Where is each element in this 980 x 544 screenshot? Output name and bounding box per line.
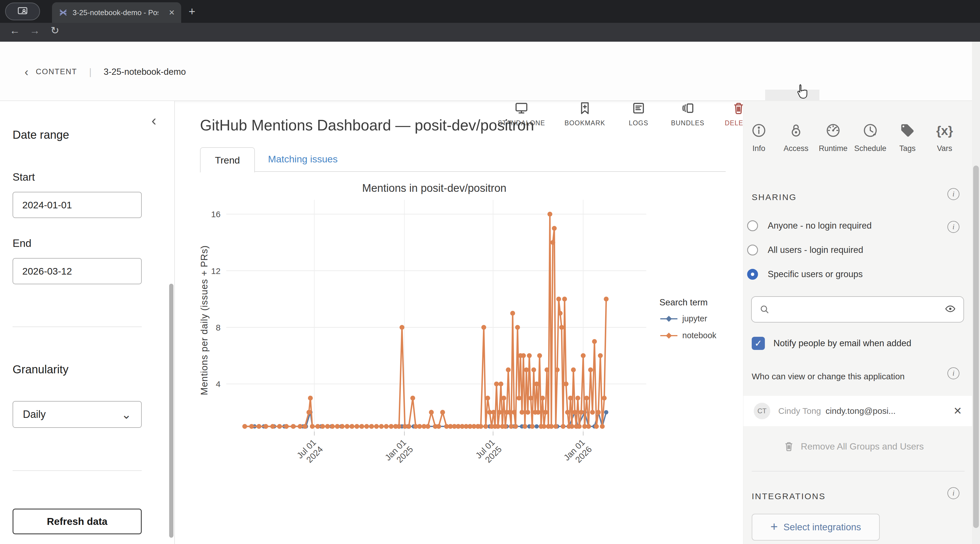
sharing-option-anyone[interactable]: Anyone - no login required	[747, 220, 872, 231]
svg-text:Jan 012026: Jan 012026	[562, 438, 593, 469]
sharing-heading: SHARING	[752, 192, 797, 202]
sidebar-collapse-icon[interactable]: ‹	[151, 112, 156, 129]
info-icon	[751, 123, 766, 138]
trash-icon	[783, 441, 795, 452]
breadcrumb: ‹ CONTENT | 3-25-notebook-demo	[25, 66, 186, 77]
user-row-email: cindy.tong@posi...	[826, 406, 896, 416]
integrations-heading: INTEGRATIONS	[752, 492, 826, 501]
start-label: Start	[13, 171, 35, 183]
tab-tags[interactable]: Tags	[890, 108, 925, 165]
bundles-icon	[681, 101, 695, 115]
page-title: GitHub Mentions Dashboard — posit-dev/po…	[200, 116, 534, 134]
browser-window: 3-25-notebook-demo - Posit ✕ + ← → ↻ pub…	[0, 0, 980, 544]
svg-text:Jan 012025: Jan 012025	[383, 438, 415, 469]
access-user-row: CT Cindy Tong cindy.tong@posi... ✕	[743, 396, 972, 426]
bookmark-plus-icon	[578, 101, 592, 115]
sidebar-divider	[13, 327, 142, 327]
legend-item-jupyter: jupyter	[659, 314, 716, 324]
tab-close-icon[interactable]: ✕	[169, 8, 175, 17]
integrations-info-icon[interactable]: i	[947, 487, 959, 499]
user-row-avatar: CT	[754, 403, 770, 419]
window-scrollbar-thumb[interactable]	[973, 165, 979, 528]
clock-icon	[863, 123, 878, 138]
breadcrumb-divider: |	[89, 66, 92, 77]
bundles-button[interactable]: BUNDLES	[660, 90, 715, 138]
browser-toolbar: ← → ↻ pub.current.posit.team/connect/#/a…	[0, 23, 980, 42]
visibility-icon[interactable]	[945, 303, 956, 316]
svg-text:16: 16	[211, 209, 221, 219]
sidebar-scrollbar[interactable]	[169, 284, 173, 538]
tab-search-button[interactable]	[5, 3, 40, 20]
who-info-icon[interactable]: i	[947, 367, 959, 379]
svg-text:8: 8	[216, 323, 221, 332]
notebook-marker-icon	[659, 332, 678, 339]
legend-title: Search term	[659, 297, 716, 308]
mouse-cursor	[794, 83, 810, 100]
granularity-select[interactable]: Daily ⌄	[13, 401, 142, 428]
sidebar-divider	[13, 470, 142, 471]
who-can-view-label: Who can view or change this application	[752, 372, 905, 381]
tab-runtime[interactable]: Runtime	[815, 108, 851, 165]
forward-icon[interactable]: →	[27, 25, 42, 36]
svg-text:Jul 012025: Jul 012025	[474, 438, 503, 467]
plus-icon: +	[770, 519, 778, 534]
bookmark-button[interactable]: BOOKMARK	[558, 90, 612, 138]
select-integrations-button[interactable]: + Select integrations	[752, 514, 880, 541]
svg-text:Jul 012024: Jul 012024	[295, 438, 325, 467]
tab-access[interactable]: Access	[778, 108, 814, 165]
screen-profile-icon	[17, 6, 28, 17]
svg-text:12: 12	[211, 266, 221, 276]
tab-matching-issues[interactable]: Matching issues	[268, 154, 338, 165]
content-back-link[interactable]: CONTENT	[36, 67, 77, 76]
back-icon[interactable]: ←	[8, 25, 22, 36]
tabs-underline	[200, 171, 726, 172]
sharing-option-specific[interactable]: Specific users or groups	[747, 269, 863, 280]
tab-info[interactable]: Info	[741, 108, 776, 165]
anyone-info-icon[interactable]: i	[947, 221, 959, 233]
jupyter-marker-icon	[659, 316, 678, 322]
chevron-down-icon: ⌄	[121, 408, 131, 422]
app-title: 3-25-notebook-demo	[104, 67, 186, 77]
refresh-data-button[interactable]: Refresh data	[13, 509, 142, 534]
monitor-icon	[514, 101, 528, 115]
svg-text:4: 4	[216, 379, 221, 389]
browser-tab[interactable]: 3-25-notebook-demo - Posit ✕	[52, 2, 181, 23]
tab-trend[interactable]: Trend	[200, 147, 255, 172]
unlock-icon	[789, 123, 803, 138]
posit-favicon	[58, 8, 68, 17]
start-date-input[interactable]	[13, 192, 142, 218]
date-range-heading: Date range	[13, 128, 69, 141]
radio-all-users[interactable]	[747, 244, 758, 255]
remove-all-button[interactable]: Remove All Groups and Users	[743, 441, 963, 452]
notify-checkbox[interactable]: ✓	[752, 337, 765, 350]
notify-checkbox-row[interactable]: ✓ Notify people by email when added	[752, 337, 912, 350]
end-date-input[interactable]	[13, 258, 142, 284]
chevron-left-icon[interactable]: ‹	[25, 68, 28, 76]
user-row-name: Cindy Tong	[778, 406, 821, 416]
logs-button[interactable]: LOGS	[611, 90, 666, 138]
chart-legend: Search term jupyter notebook	[659, 297, 716, 347]
new-tab-button[interactable]: +	[186, 5, 198, 18]
vars-icon: {x}	[936, 124, 953, 138]
svg-text:Mentions per daily (issues + P: Mentions per daily (issues + PRs)	[199, 245, 209, 395]
user-search-input[interactable]	[751, 296, 964, 322]
search-icon	[759, 304, 770, 315]
radio-specific-users[interactable]	[747, 269, 758, 280]
settings-panel: Info Access Runtime Schedule Tags {x} Va…	[743, 101, 980, 544]
remove-user-icon[interactable]: ✕	[953, 405, 962, 417]
panel-divider	[752, 471, 964, 471]
sharing-info-icon[interactable]: i	[947, 188, 959, 200]
app-header: ‹ CONTENT | 3-25-notebook-demo STANDALON…	[0, 42, 980, 101]
tab-schedule[interactable]: Schedule	[853, 108, 888, 165]
svg-text:Mentions in posit-dev/positron: Mentions in posit-dev/positron	[362, 182, 507, 194]
granularity-heading: Granularity	[13, 363, 68, 376]
tag-icon	[900, 123, 915, 138]
tab-title: 3-25-notebook-demo - Posit	[73, 8, 158, 17]
reload-icon[interactable]: ↻	[48, 25, 62, 36]
logs-icon	[632, 101, 646, 115]
granularity-value: Daily	[23, 408, 46, 420]
sharing-option-all-users[interactable]: All users - login required	[747, 244, 863, 255]
radio-anyone[interactable]	[747, 220, 758, 231]
tab-vars[interactable]: {x} Vars	[927, 108, 962, 165]
filters-sidebar: ‹ Date range Start End Granularity Daily…	[0, 101, 175, 544]
